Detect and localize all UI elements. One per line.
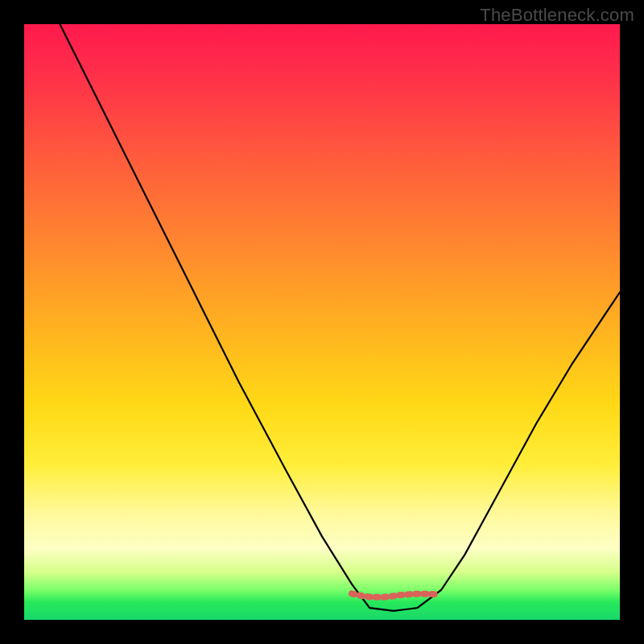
brand-watermark: TheBottleneck.com [480,5,634,26]
chart-svg [24,24,620,620]
curve-path [60,24,620,611]
chart-frame: TheBottleneck.com [0,0,644,644]
min-band-marker [352,593,436,597]
plot-area [24,24,620,620]
